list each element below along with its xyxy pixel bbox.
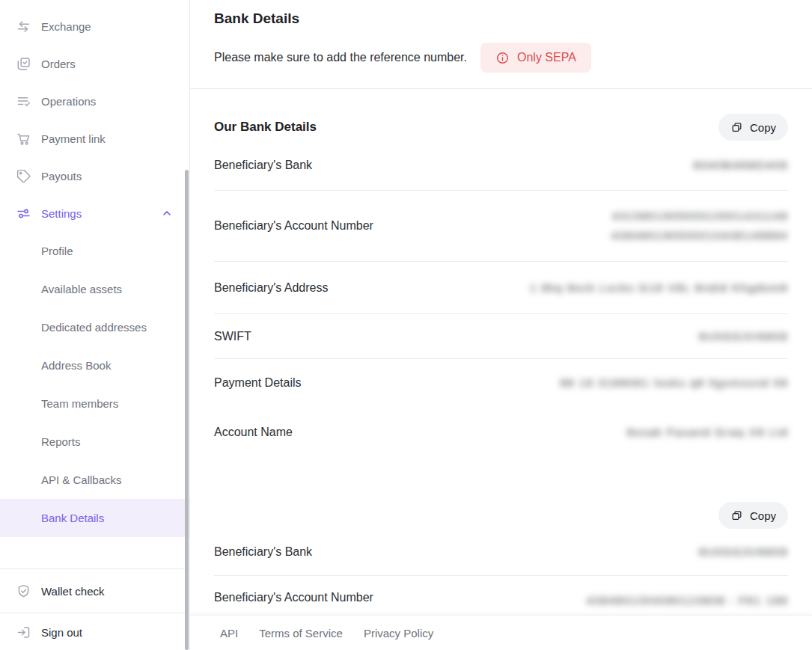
sidebar-item-operations[interactable]: Operations xyxy=(0,82,189,120)
row-label: Account Name xyxy=(214,426,293,439)
sidebar-scrollbar-thumb[interactable] xyxy=(185,170,189,650)
sidebar-subitem-team-members[interactable]: Team members xyxy=(0,384,189,423)
sidebar-item-orders[interactable]: Orders xyxy=(0,45,189,82)
row-label: Beneficiary's Account Number xyxy=(214,591,373,604)
sign-out-icon xyxy=(16,625,31,640)
sidebar-subitem-profile[interactable]: Profile xyxy=(0,232,189,270)
sidebar-subitem-label: Reports xyxy=(41,435,81,448)
detail-row-account-name: Account Name 8osak Fasand Graq X8 Ltd xyxy=(214,407,788,458)
detail-row-beneficiary-bank: Beneficiary's Bank 8040B48MD408 xyxy=(214,141,788,191)
page-title: Bank Details xyxy=(214,10,788,27)
sidebar-item-label: Orders xyxy=(41,58,76,70)
section-heading-row: Our Bank Details Copy xyxy=(214,114,788,141)
copy-icon xyxy=(730,121,743,134)
shield-check-icon xyxy=(16,583,31,599)
redacted-value: 4384801004080110808 - F81 188 xyxy=(587,591,788,610)
sidebar-item-label: Settings xyxy=(41,207,82,220)
sidebar-item-sign-out[interactable]: Sign out xyxy=(0,613,189,650)
redacted-value: 8U0GG3V8808 xyxy=(699,327,788,346)
sidebar-subitem-label: API & Callbacks xyxy=(41,473,122,486)
badge-label: Only SEPA xyxy=(517,51,576,64)
copy-button-label: Copy xyxy=(750,509,776,522)
redacted-value: 8osak Fasand Graq X8 Ltd xyxy=(627,423,788,442)
copy-icon xyxy=(730,509,743,522)
sidebar-nav: Exchange Orders xyxy=(0,0,189,650)
sidebar-subitem-api-callbacks[interactable]: API & Callbacks xyxy=(0,461,189,499)
sidebar-item-exchange[interactable]: Exchange xyxy=(0,7,189,45)
operations-icon xyxy=(16,93,31,109)
page-header: Bank Details Please make sure to add the… xyxy=(190,0,812,89)
copy-button[interactable]: Copy xyxy=(718,114,788,141)
sidebar-item-label: Payment link xyxy=(41,132,106,145)
row-label: Payment Details xyxy=(214,376,302,390)
detail-row-swift: SWIFT 8U0GG3V8808 xyxy=(214,314,788,359)
sidebar-spacer xyxy=(0,537,189,568)
only-sepa-badge: Only SEPA xyxy=(480,43,591,73)
sidebar-subitem-reports[interactable]: Reports xyxy=(0,423,189,461)
sidebar-item-wallet-check[interactable]: Wallet check xyxy=(0,569,189,613)
cart-icon xyxy=(16,131,31,147)
redacted-value: 8040B48MD408 xyxy=(694,156,788,175)
sidebar-subitem-address-book[interactable]: Address Book xyxy=(0,346,189,384)
row-label: Beneficiary's Bank xyxy=(214,545,312,559)
note-row: Please make sure to add the reference nu… xyxy=(214,43,788,88)
redacted-value: 8U0GG3V8808 xyxy=(699,542,788,562)
row-label: SWIFT xyxy=(214,330,251,343)
sidebar-item-label: Payouts xyxy=(41,170,82,183)
sidebar-item-settings[interactable]: Settings xyxy=(0,194,189,232)
detail-row-beneficiary-account-number: Beneficiary's Account Number 43158019050… xyxy=(214,191,788,262)
sidebar-item-label: Exchange xyxy=(41,20,91,33)
sidebar: Exchange Orders xyxy=(0,0,190,650)
redacted-value-line: 431580190500010001431148 xyxy=(611,206,788,226)
sidebar-item-payouts[interactable]: Payouts xyxy=(0,157,189,194)
copy-button-label: Copy xyxy=(750,121,776,134)
copy-button[interactable]: Copy xyxy=(718,502,788,529)
sidebar-subitem-available-assets[interactable]: Available assets xyxy=(0,270,189,308)
detail-row-beneficiary-address: Beneficiary's Address 1 8kq 8ock Locks G… xyxy=(214,262,788,314)
sidebar-item-label: Sign out xyxy=(41,626,82,639)
app-window: Exchange Orders xyxy=(0,0,812,650)
sidebar-subitem-label: Dedicated addresses xyxy=(41,321,147,334)
sidebar-item-label: Operations xyxy=(41,95,96,108)
chevron-up-icon xyxy=(161,207,173,219)
footer-link-terms[interactable]: Terms of Service xyxy=(259,627,343,640)
reference-note: Please make sure to add the reference nu… xyxy=(214,51,467,64)
sidebar-item-payment-link[interactable]: Payment link xyxy=(0,120,189,157)
row-label: Beneficiary's Address xyxy=(214,281,328,295)
tag-icon xyxy=(16,168,31,184)
sidebar-item-label: Wallet check xyxy=(41,585,104,598)
sidebar-subitem-bank-details[interactable]: Bank Details xyxy=(0,499,189,537)
bank-details-content: Our Bank Details Copy Beneficiary's Bank… xyxy=(190,114,812,646)
sidebar-subitem-label: Available assets xyxy=(41,283,122,295)
exchange-icon xyxy=(16,19,31,34)
info-icon xyxy=(495,51,510,65)
detail-row-beneficiary-bank: Beneficiary's Bank 8U0GG3V8808 xyxy=(214,529,788,576)
settings-sliders-icon xyxy=(16,206,31,221)
redacted-value: 431580190500010001431148 438480190500010… xyxy=(611,206,788,245)
row-label: Beneficiary's Bank xyxy=(214,159,312,172)
redacted-value-line: 438480190500010438148884 xyxy=(611,226,788,245)
orders-icon xyxy=(16,56,31,72)
sidebar-subitem-label: Profile xyxy=(41,245,73,257)
sidebar-subitem-dedicated-addresses[interactable]: Dedicated addresses xyxy=(0,308,189,346)
page-footer: API Terms of Service Privacy Policy xyxy=(190,615,812,650)
redacted-value: 88 18 3188081 looks q8 0gsmssnd 08 xyxy=(560,373,788,393)
sidebar-subitem-label: Bank Details xyxy=(41,512,104,524)
footer-link-api[interactable]: API xyxy=(220,627,238,640)
main-panel: Bank Details Please make sure to add the… xyxy=(190,0,812,650)
row-label: Beneficiary's Account Number xyxy=(214,219,373,233)
footer-link-privacy[interactable]: Privacy Policy xyxy=(364,627,433,640)
detail-row-payment-details: Payment Details 88 18 3188081 looks q8 0… xyxy=(214,359,788,407)
sidebar-subitem-label: Team members xyxy=(41,397,118,410)
section-title: Our Bank Details xyxy=(214,120,317,135)
redacted-value: 1 8kq 8ock Locks G18 V8L 8ndid Khgdom8 xyxy=(530,278,788,298)
sidebar-subitem-label: Address Book xyxy=(41,359,111,372)
section-heading-row: Copy xyxy=(214,502,788,529)
